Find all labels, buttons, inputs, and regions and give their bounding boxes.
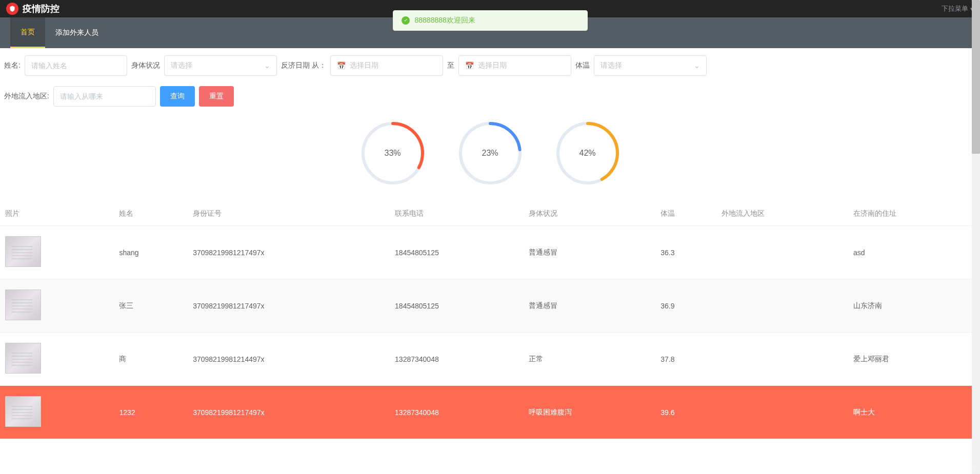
date-placeholder: 选择日期 — [478, 61, 507, 70]
cell-id: 37098219981214497x — [188, 333, 390, 386]
cell-region — [716, 333, 848, 386]
toast-message: 88888888欢迎回来 — [415, 16, 475, 25]
gauge-label: 23% — [457, 120, 524, 187]
cell-phone: 13287340048 — [390, 333, 524, 386]
cell-photo — [0, 386, 114, 439]
calendar-icon: 📅 — [465, 61, 474, 70]
body-status-label: 身体状况 — [131, 61, 160, 70]
th-phone: 联系电话 — [390, 202, 524, 226]
name-label: 姓名: — [4, 61, 21, 70]
name-input[interactable] — [25, 55, 127, 76]
query-button[interactable]: 查询 — [160, 86, 195, 107]
region-input[interactable] — [53, 86, 156, 107]
cell-photo — [0, 226, 114, 279]
scrollbar[interactable] — [972, 0, 980, 439]
table-row[interactable]: 1232 37098219981217497x 13287340048 呼吸困难… — [0, 386, 980, 439]
logo: 疫情防控 — [6, 3, 59, 15]
date-to-label: 至 — [447, 61, 454, 70]
toast: 88888888欢迎回来 — [393, 10, 588, 31]
th-region: 外地流入地区 — [716, 202, 848, 226]
th-body-status: 身体状况 — [524, 202, 655, 226]
success-icon — [402, 16, 410, 25]
cell-temperature: 37.8 — [655, 333, 716, 386]
cell-photo — [0, 279, 114, 333]
photo-thumb — [5, 290, 41, 320]
chevron-down-icon: ⌄ — [694, 61, 700, 70]
nav-add-person[interactable]: 添加外来人员 — [45, 17, 109, 48]
body-status-select[interactable]: 请选择 ⌄ — [164, 55, 277, 76]
cell-body-status: 普通感冒 — [524, 279, 655, 333]
cell-temperature: 36.3 — [655, 226, 716, 279]
th-name: 姓名 — [114, 202, 188, 226]
gauge-row: 33% 23% 42% — [0, 110, 980, 202]
cell-temperature: 36.9 — [655, 279, 716, 333]
cell-temperature: 39.6 — [655, 386, 716, 439]
table-body: shang 37098219981217497x 18454805125 普通感… — [0, 226, 980, 439]
cell-name: shang — [114, 226, 188, 279]
reset-button[interactable]: 重置 — [199, 86, 234, 107]
cell-body-status: 呼吸困难腹泻 — [524, 386, 655, 439]
cell-name: 1232 — [114, 386, 188, 439]
cell-region — [716, 279, 848, 333]
th-address: 在济南的住址 — [848, 202, 980, 226]
cell-address: 爱上邓丽君 — [848, 333, 980, 386]
table-row[interactable]: 商 37098219981214497x 13287340048 正常 37.8… — [0, 333, 980, 386]
gauge-label: 42% — [554, 120, 621, 187]
dropdown-menu[interactable]: 下拉菜单 ▾ — [942, 4, 974, 13]
select-placeholder: 请选择 — [171, 61, 192, 70]
date-placeholder: 选择日期 — [350, 61, 378, 70]
cell-id: 37098219981217497x — [188, 386, 390, 439]
cell-photo — [0, 333, 114, 386]
region-label: 外地流入地区: — [4, 92, 49, 101]
nav-home[interactable]: 首页 — [10, 17, 45, 48]
cell-phone: 13287340048 — [390, 386, 524, 439]
cell-region — [716, 226, 848, 279]
photo-thumb — [5, 343, 41, 374]
cell-phone: 18454805125 — [390, 279, 524, 333]
dropdown-label: 下拉菜单 — [942, 4, 968, 13]
table-row[interactable]: 张三 37098219981217497x 18454805125 普通感冒 3… — [0, 279, 980, 333]
data-table: 照片 姓名 身份证号 联系电话 身体状况 体温 外地流入地区 在济南的住址 sh… — [0, 202, 980, 439]
cell-address: 啊士大 — [848, 386, 980, 439]
temperature-select[interactable]: 请选择 ⌄ — [594, 55, 707, 76]
table-header-row: 照片 姓名 身份证号 联系电话 身体状况 体温 外地流入地区 在济南的住址 — [0, 202, 980, 226]
th-photo: 照片 — [0, 202, 114, 226]
th-id: 身份证号 — [188, 202, 390, 226]
chevron-down-icon: ⌄ — [264, 61, 270, 70]
filter-bar: 姓名: 身体状况 请选择 ⌄ 反济日期 从： 📅 选择日期 至 📅 选择日期 体… — [0, 48, 980, 79]
cell-name: 商 — [114, 333, 188, 386]
gauge: 33% — [359, 120, 426, 187]
cell-region — [716, 386, 848, 439]
date-to-input[interactable]: 📅 选择日期 — [458, 55, 571, 76]
cell-address: 山东济南 — [848, 279, 980, 333]
calendar-icon: 📅 — [337, 61, 346, 70]
select-placeholder: 请选择 — [601, 61, 622, 70]
app-title: 疫情防控 — [23, 3, 59, 15]
table-row[interactable]: shang 37098219981217497x 18454805125 普通感… — [0, 226, 980, 279]
cell-id: 37098219981217497x — [188, 279, 390, 333]
gauge: 42% — [554, 120, 621, 187]
gauge: 23% — [457, 120, 524, 187]
cell-address: asd — [848, 226, 980, 279]
date-from-input[interactable]: 📅 选择日期 — [330, 55, 443, 76]
photo-thumb — [5, 396, 41, 427]
date-from-label: 反济日期 从： — [281, 61, 326, 70]
temperature-label: 体温 — [575, 61, 590, 70]
cell-body-status: 普通感冒 — [524, 226, 655, 279]
cell-body-status: 正常 — [524, 333, 655, 386]
cell-name: 张三 — [114, 279, 188, 333]
gauge-label: 33% — [359, 120, 426, 187]
cell-phone: 18454805125 — [390, 226, 524, 279]
cell-id: 37098219981217497x — [188, 226, 390, 279]
logo-icon — [6, 3, 18, 15]
filter-bar-2: 外地流入地区: 查询 重置 — [0, 79, 980, 110]
scrollbar-thumb[interactable] — [972, 0, 980, 154]
photo-thumb — [5, 236, 41, 267]
th-temperature: 体温 — [655, 202, 716, 226]
